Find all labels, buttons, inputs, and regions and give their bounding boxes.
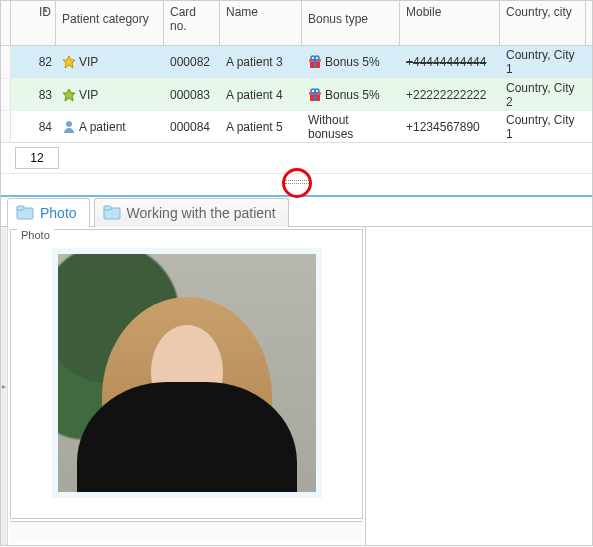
sort-asc-icon: ▲ [41, 5, 49, 14]
detail-area: ▸ Photo [1, 227, 592, 545]
patients-grid: ID ▲ Patient category Card no. Name Bonu… [1, 1, 592, 173]
person-icon [62, 120, 76, 134]
photo-groupbox: Photo [10, 229, 363, 519]
col-header-mobile[interactable]: Mobile [400, 1, 500, 45]
tab-working[interactable]: Working with the patient [94, 198, 289, 227]
app-frame: ID ▲ Patient category Card no. Name Bonu… [0, 0, 593, 546]
table-row[interactable]: 82VIP000082A patient 3Bonus 5%+444444444… [1, 46, 592, 78]
col-header-name[interactable]: Name [220, 1, 302, 45]
cell-card: 000082 [164, 55, 220, 69]
cell-bonus: Without bonuses [302, 113, 400, 141]
cell-bonus: Bonus 5% [302, 88, 400, 102]
category-text: VIP [79, 55, 98, 69]
folder-icon [103, 205, 121, 221]
table-row[interactable]: 83VIP000083A patient 4Bonus 5%+222222222… [1, 78, 592, 110]
svg-point-12 [66, 121, 72, 127]
svg-rect-16 [104, 206, 111, 210]
tab-working-label: Working with the patient [127, 205, 276, 221]
page-input[interactable] [15, 147, 59, 169]
cell-category: VIP [56, 55, 164, 69]
table-row[interactable]: 84A patient000084A patient 5Without bonu… [1, 110, 592, 142]
cell-name: A patient 3 [220, 55, 302, 69]
tab-photo-label: Photo [40, 205, 77, 221]
row-gutter [1, 46, 11, 78]
patient-photo [58, 254, 316, 492]
cell-card: 000083 [164, 88, 220, 102]
grid-body: 82VIP000082A patient 3Bonus 5%+444444444… [1, 46, 592, 142]
gift-icon [308, 88, 322, 102]
col-header-country[interactable]: Country, city [500, 1, 586, 45]
cell-country: Country, City 1 [500, 113, 586, 141]
photo-panel: Photo [8, 227, 366, 545]
bonus-text: Bonus 5% [325, 88, 380, 102]
splitter-area [1, 173, 592, 195]
photo-wrap [11, 230, 362, 518]
horizontal-splitter[interactable] [285, 180, 309, 184]
cell-mobile: +44444444444 [400, 55, 500, 69]
svg-rect-14 [17, 206, 24, 210]
col-header-category[interactable]: Patient category [56, 1, 164, 45]
pager [1, 142, 592, 173]
gift-icon [308, 55, 322, 69]
star-gold-icon [62, 55, 76, 69]
cell-category: A patient [56, 120, 164, 134]
tab-photo[interactable]: Photo [7, 198, 90, 227]
cell-id: 82 [11, 55, 56, 69]
svg-marker-0 [63, 56, 75, 68]
header-gutter [1, 1, 11, 45]
folder-icon [16, 205, 34, 221]
cell-id: 83 [11, 88, 56, 102]
cell-name: A patient 4 [220, 88, 302, 102]
row-gutter [1, 111, 11, 142]
cell-id: 84 [11, 120, 56, 134]
bonus-text: Bonus 5% [325, 55, 380, 69]
cell-mobile: +1234567890 [400, 120, 500, 134]
bonus-text: Without bonuses [308, 113, 394, 141]
photo-bottom-bar [10, 521, 363, 543]
svg-point-5 [315, 56, 319, 60]
col-header-id[interactable]: ID ▲ [11, 1, 56, 45]
svg-point-11 [315, 89, 319, 93]
collapse-handle-left[interactable]: ▸ [1, 227, 8, 545]
cell-bonus: Bonus 5% [302, 55, 400, 69]
svg-marker-6 [63, 89, 75, 101]
category-text: VIP [79, 88, 98, 102]
category-text: A patient [79, 120, 126, 134]
col-header-card[interactable]: Card no. [164, 1, 220, 45]
cell-country: Country, City 2 [500, 81, 586, 109]
photo-legend: Photo [17, 229, 54, 241]
cell-country: Country, City 1 [500, 48, 586, 76]
cell-card: 000084 [164, 120, 220, 134]
cell-name: A patient 5 [220, 120, 302, 134]
cell-mobile: +22222222222 [400, 88, 500, 102]
photo-frame[interactable] [52, 248, 322, 498]
col-header-bonus[interactable]: Bonus type [302, 1, 400, 45]
grid-header: ID ▲ Patient category Card no. Name Bonu… [1, 1, 592, 46]
row-gutter [1, 79, 11, 110]
detail-tabs: Photo Working with the patient [1, 195, 592, 227]
star-green-icon [62, 88, 76, 102]
cell-category: VIP [56, 88, 164, 102]
